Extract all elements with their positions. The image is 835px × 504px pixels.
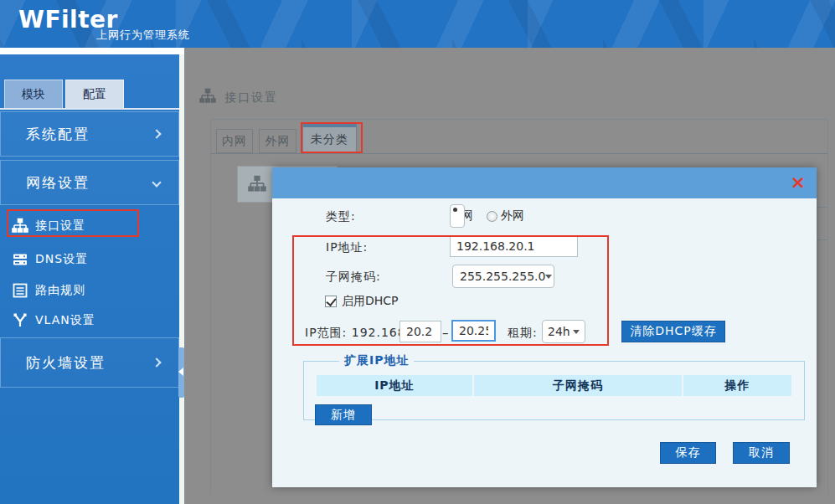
radio-label: 外网 [501,208,524,224]
tab-unclassified[interactable]: 未分类 [302,124,357,153]
tab-baseline [210,153,827,154]
radio-unselected-icon [487,211,497,222]
server-icon [12,251,28,268]
caret-down-icon [545,275,552,279]
sidebar-item-routing-rules[interactable]: 路由规则 [0,276,179,304]
mask-label: 子网掩码: [326,270,381,285]
sidebar: 模块 配置 系统配置 网络设置 接口设置 [0,48,184,504]
add-button[interactable]: 新增 [315,404,372,425]
sidebar-section-system[interactable]: 系统配置 [0,111,179,157]
extended-ip-table: IP地址 子网掩码 操作 [315,373,793,398]
sidebar-tab-divider [0,108,179,110]
tab-lan[interactable]: 内网 [216,129,253,153]
sidebar-item-interface-settings[interactable]: 接口设置 [0,212,179,239]
type-radio-group: 内网 外网 [450,208,524,224]
brand-subtitle: 上网行为管理系统 [96,28,190,43]
chevron-down-icon [152,177,161,187]
sidebar-item-label: VLAN设置 [35,313,95,328]
panel-border [210,119,211,494]
checkbox-label: 启用DHCP [342,294,399,309]
ip-label: IP地址: [326,240,368,255]
ip-range-label: IP范围: 192.168. [305,326,410,341]
list-icon [12,282,28,299]
sidebar-tab-config[interactable]: 配置 [65,80,124,108]
panel-border [210,119,827,120]
lease-label: 租期: [508,326,538,341]
clear-dhcp-cache-button[interactable]: 清除DHCP缓存 [621,321,725,342]
checkbox-checked-icon [325,296,337,307]
range-separator: – [442,326,449,341]
interface-edit-dialog: × 类型: 内网 外网 IP地址: 子网掩码: 255.255.255.0 [272,167,817,487]
lease-value: 24h [548,325,570,338]
lease-select[interactable]: 24h [542,320,585,343]
extended-ip-legend: 扩展IP地址 [339,353,414,368]
extended-ip-fieldset: 扩展IP地址 IP地址 子网掩码 操作 新增 [303,353,805,420]
chevron-right-icon [152,357,161,367]
table-header-row: IP地址 子网掩码 操作 [316,374,792,397]
app-header: WFilter 上网行为管理系统 [0,0,835,48]
close-icon[interactable]: × [791,171,806,194]
radio-option-lan[interactable]: 内网 [450,208,473,224]
column-actions: 操作 [683,374,792,397]
type-label: 类型: [326,209,356,224]
network-tree-icon [12,218,28,234]
network-tree-icon [248,175,266,193]
enable-dhcp-checkbox[interactable]: 启用DHCP [325,294,399,309]
network-tree-icon [199,88,216,105]
tab-wan[interactable]: 外网 [259,129,296,153]
subnet-mask-value: 255.255.255.0 [460,270,545,283]
cancel-button[interactable]: 取消 [733,442,790,464]
dialog-header: × [272,167,817,198]
breadcrumb: 接口设置 [224,90,278,105]
sidebar-section-label: 网络设置 [26,173,90,193]
sidebar-section-label: 防火墙设置 [26,353,106,373]
sidebar-tab-strip: 模块 配置 [4,80,124,108]
sidebar-tab-modules[interactable]: 模块 [4,80,63,108]
caret-down-icon [573,330,580,334]
sidebar-section-label: 系统配置 [26,125,90,144]
radio-selected-icon [450,204,465,228]
app-root: WFilter 上网行为管理系统 模块 配置 系统配置 网络设置 [0,0,835,504]
radio-option-wan[interactable]: 外网 [487,208,524,224]
chevron-right-icon [152,129,161,138]
ip-address-input[interactable] [450,235,578,257]
dialog-body: 类型: 内网 外网 IP地址: 子网掩码: 255.255.255.0 [272,198,817,487]
vlan-branch-icon [12,312,28,329]
sidebar-item-label: DNS设置 [35,252,88,267]
column-ip: IP地址 [316,374,473,397]
sidebar-item-vlan-settings[interactable]: VLAN设置 [0,306,179,334]
panel-border [827,119,828,494]
sidebar-item-label: 路由规则 [35,283,85,298]
ip-range-to-input[interactable] [451,320,496,342]
column-mask: 子网掩码 [473,374,683,397]
subnet-mask-select[interactable]: 255.255.255.0 [452,265,554,288]
sidebar-section-network[interactable]: 网络设置 [0,160,179,205]
save-button[interactable]: 保存 [660,442,716,464]
sidebar-item-dns-settings[interactable]: DNS设置 [0,245,179,273]
sidebar-collapse-handle[interactable] [178,347,184,398]
sidebar-section-firewall[interactable]: 防火墙设置 [0,337,179,388]
ip-range-from-input[interactable] [399,321,441,342]
sidebar-item-label: 接口设置 [35,219,85,234]
